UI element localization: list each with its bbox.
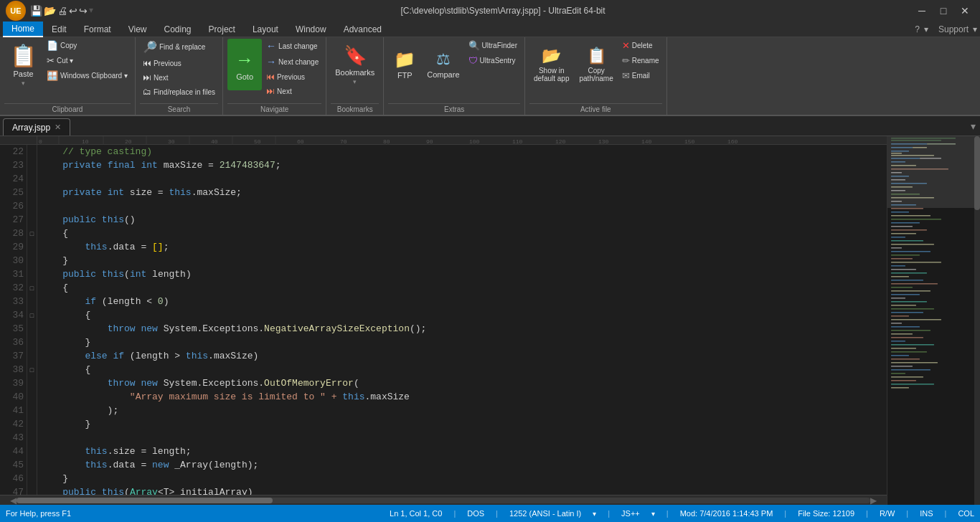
fold-32[interactable]: □ [27,281,37,295]
compare-button[interactable]: ⚖ Compare [423,39,463,90]
menu-layout[interactable]: Layout [244,22,287,37]
svg-rect-73 [891,298,905,299]
statusbar-codepage[interactable]: 1252 (ANSI - Latin I) [509,509,581,518]
paste-button[interactable]: 📋 Paste ▾ [4,39,42,90]
statusbar-syntax[interactable]: JS++ [621,509,640,518]
find-replace-files-button[interactable]: 🗂 Find/replace in files [140,85,218,98]
last-change-button[interactable]: ← Last change [263,39,321,53]
email-icon: ✉ [622,70,630,81]
goto-button[interactable]: → Goto [227,39,262,90]
statusbar-codepage-arrow[interactable]: ▾ [593,510,596,518]
statusbar-encoding[interactable]: DOS [467,509,484,518]
svg-rect-77 [891,312,923,313]
ultrasentry-button[interactable]: 🛡 UltraSentry [466,54,520,67]
svg-rect-98 [891,387,909,389]
navigate-small-group: ← Last change → Next change ⏮ Previous ⏭… [263,39,321,98]
next-change-icon: → [266,56,276,67]
ribbon-group-activefile: 📂 Show indefault app 📋 Copypath/name ✕ D… [525,37,667,115]
windows-clipboard-button[interactable]: 🪟 Windows Clipboard ▾ [44,69,131,82]
fold-34[interactable]: □ [27,308,37,322]
fold-24 [27,172,37,186]
fold-38[interactable]: □ [27,363,37,376]
svg-rect-86 [891,344,934,346]
windows-clipboard-label: Windows Clipboard ▾ [60,72,128,80]
tab-close-button[interactable]: ✕ [55,123,61,132]
svg-text:120: 120 [555,138,566,144]
vscroll-thumb[interactable] [974,136,980,210]
bookmarks-button[interactable]: 🔖 Bookmarks ▾ [331,39,379,90]
quick-open-icon[interactable]: 📂 [44,5,56,16]
svg-rect-89 [891,355,909,356]
paste-dropdown[interactable]: ▾ [22,80,25,87]
minimize-button[interactable]: ─ [913,4,931,18]
svg-rect-62 [891,258,913,260]
menu-window[interactable]: Window [287,22,335,37]
tab-label: Array.jspp [12,123,50,133]
svg-rect-61 [891,255,920,256]
close-button[interactable]: ✕ [956,4,974,18]
menu-right-icons: ?▾ Support▾ [915,24,977,34]
line-num-22: 22 [3,145,24,158]
delete-icon: ✕ [622,40,630,51]
fold-33 [27,295,37,308]
statusbar: For Help, press F1 Ln 1, Col 1, C0 | DOS… [0,505,980,522]
code-line-29: this.data = []; [37,240,887,254]
menu-view[interactable]: View [120,22,156,37]
copy-button[interactable]: 📄 Copy [44,39,131,52]
previous-button[interactable]: ⏮ Previous [140,57,218,70]
statusbar-syntax-arrow[interactable]: ▾ [651,510,655,518]
horizontal-scrollbar[interactable]: ◀ ▶ [0,495,887,505]
menu-edit[interactable]: Edit [43,22,75,37]
code-line-46: } [37,472,887,485]
quick-save-icon[interactable]: 💾 [30,5,42,16]
svg-rect-94 [891,373,905,374]
vscroll-track[interactable] [974,136,980,505]
svg-rect-59 [891,247,902,249]
last-change-icon: ← [266,40,276,52]
fold-28[interactable]: □ [27,227,37,240]
delete-button[interactable]: ✕ Delete [619,39,662,52]
svg-text:150: 150 [684,138,695,144]
nav-previous-button[interactable]: ⏮ Previous [263,70,321,83]
hscroll-left[interactable]: ◀ [10,495,17,506]
code-content[interactable]: // type casting) private final int maxSi… [37,145,887,495]
compare-label: Compare [427,70,459,79]
svg-rect-58 [891,244,934,245]
email-button[interactable]: ✉ Email [619,69,662,82]
undo-icon[interactable]: ↩ [69,5,77,16]
menu-format[interactable]: Format [75,22,120,37]
menu-advanced[interactable]: Advanced [335,22,390,37]
next-change-button[interactable]: → Next change [263,54,321,69]
editor-tab-array[interactable]: Array.jspp ✕ [3,118,70,136]
hscroll-track[interactable] [17,498,870,503]
menu-project[interactable]: Project [200,22,244,37]
code-line-44: this.size = length; [37,445,887,458]
fold-39 [27,376,37,390]
cut-button[interactable]: ✂ Cut ▾ [44,54,131,67]
find-replace-button[interactable]: 🔎 Find & replace [140,39,218,55]
quick-print-icon[interactable]: 🖨 [57,5,67,16]
nav-next-button[interactable]: ⏭ Next [263,85,321,98]
svg-rect-85 [891,341,905,342]
hscroll-right[interactable]: ▶ [870,495,877,506]
ultrafinder-button[interactable]: 🔍 UltraFinder [466,39,520,52]
copypath-button[interactable]: 📋 Copypath/name [575,39,618,90]
tab-scroll-arrow[interactable]: ▾ [966,120,980,132]
next-button[interactable]: ⏭ Next [140,71,218,84]
copy-label: Copy [60,42,77,49]
fold-35 [27,322,37,336]
maximize-button[interactable]: □ [934,4,953,18]
redo-icon[interactable]: ↪ [79,5,88,16]
extras-group-label: Extras [388,103,520,115]
menu-home[interactable]: Home [3,22,43,37]
hscroll-thumb[interactable] [17,498,273,503]
ftp-button[interactable]: 📁 FTP [388,39,421,90]
showin-button[interactable]: 📂 Show indefault app [529,39,574,90]
line-num-34: 34 [3,308,24,322]
line-num-33: 33 [3,295,24,308]
line-numbers: 22 23 24 25 26 27 28 29 30 31 32 33 34 3… [0,145,27,495]
menu-coding[interactable]: Coding [156,22,200,37]
rename-button[interactable]: ✏ Rename [619,54,662,67]
fold-29 [27,240,37,254]
bookmarks-dropdown[interactable]: ▾ [353,78,357,85]
